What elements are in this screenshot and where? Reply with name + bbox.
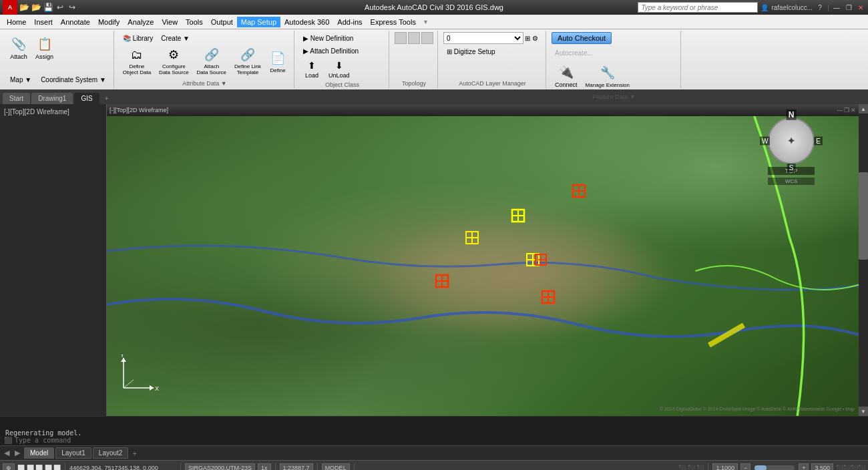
model-space-btn[interactable]: MODEL [322,463,350,471]
layer-dropdown-row: 0 ⊞ ⚙ [443,32,538,44]
define-btn[interactable]: 📄 Define [266,45,290,77]
menu-insert[interactable]: Insert [30,17,57,27]
attach-definition-btn[interactable]: ▶ Attach Definition [300,45,362,57]
attach-btn[interactable]: 📎 Attach [7,32,31,64]
add-layout-btn[interactable]: + [130,448,139,459]
map-dropdown[interactable]: Map ▼ [7,73,35,85]
menu-annotate[interactable]: Annotate [57,17,94,27]
svg-text:Y: Y [120,355,124,359]
command-input[interactable] [15,437,864,444]
create-btn[interactable]: Create ▼ [158,32,193,44]
bottom-sep4 [317,463,318,471]
define-link-label: Define LinkTemplate [234,63,261,75]
assign-icon: 📋 [37,36,53,52]
inner-minimize[interactable]: — [837,107,843,113]
tab-layout1[interactable]: Layout1 [55,447,91,459]
scale-btn[interactable]: 1:23887.7 [280,463,313,471]
load-btn[interactable]: ⬆ Load [300,59,324,80]
topology-icons [395,32,433,44]
marker-yellow-2 [465,230,479,246]
doc-tabs: Start Drawing1 GIS + [0,89,868,104]
crs-btn[interactable]: SIRGAS2000.UTM-23S [185,463,255,471]
tab-gis[interactable]: GIS [74,93,99,104]
coord-system-dropdown[interactable]: Coordinate System ▼ [37,73,110,85]
compass-e: E [814,137,823,146]
connect-btn[interactable]: 🔌 Connect [552,60,581,92]
new-tab-btn[interactable]: + [101,92,113,104]
define-obj-icon: 🗂 [129,47,145,62]
autocreate-btn[interactable]: Autocreate... [552,47,596,59]
zoom-slider[interactable] [754,465,795,471]
configure-btn[interactable]: ⚙ ConfigureData Source [156,45,192,77]
menu-output[interactable]: Output [207,17,237,27]
scroll-track [859,113,868,407]
undo-btn[interactable]: ↩ [55,2,65,13]
scroll-thumb[interactable] [859,172,868,260]
menu-modify[interactable]: Modify [94,17,124,27]
command-log: Regenerating model. [4,429,864,437]
scroll-down-btn[interactable]: ▼ [859,407,868,416]
title-bar-left: A 📂 📂 💾 ↩ ↪ [3,0,17,15]
menu-view[interactable]: View [158,17,182,27]
attach-data-label: AttachData Source [197,63,226,75]
scroll-up-btn[interactable]: ▲ [859,104,868,113]
inner-close[interactable]: ✕ [851,107,856,113]
objclass-group-label: Object Class [300,80,385,88]
viewport[interactable]: ✦ N S E W TOP WCS © 2014 DigitalGlobe © … [107,104,868,416]
inner-restore[interactable]: ❐ [844,107,849,113]
layer-select[interactable]: 0 [443,32,523,44]
new-btn[interactable]: 📂 [19,2,29,13]
save-btn[interactable]: 💾 [43,2,53,13]
tab-drawing1[interactable]: Drawing1 [31,93,73,104]
tab-model[interactable]: Model [24,447,54,459]
zoom-1000-btn[interactable]: 1:1000 [712,463,738,471]
define-obj-btn[interactable]: 🗂 DefineObject Data [120,45,154,77]
attach-data-btn[interactable]: 🔗 AttachData Source [194,45,230,77]
menu-mapsetup[interactable]: Map Setup [237,17,280,27]
model-btn[interactable]: ⊕ [3,463,15,471]
close-btn[interactable]: ✕ [856,3,865,12]
tab-start[interactable]: Start [3,93,30,104]
restore-btn[interactable]: ❐ [844,3,853,12]
load-icon: ⬆ [304,60,320,71]
zoom-value-btn[interactable]: 3.500 [811,463,833,471]
window-title: Autodesk AutoCAD Civil 3D 2016 GIS.dwg [365,3,503,11]
new-definition-btn[interactable]: ▶ New Definition [300,32,362,44]
customize-arrow[interactable]: ▼ [423,19,429,25]
auto-checkout-btn[interactable]: Auto Checkout [552,32,612,44]
help-btn[interactable]: ? [815,3,825,12]
svg-text:X: X [155,385,159,392]
minus-btn[interactable]: − [740,463,750,471]
svg-marker-23 [150,385,154,391]
compass-s: S [787,164,796,172]
menu-tools[interactable]: Tools [182,17,207,27]
assign-btn[interactable]: 📋 Assign [32,32,57,64]
menu-expresstools[interactable]: Express Tools [367,17,420,27]
quick-access-toolbar: 📂 📂 💾 ↩ ↪ [19,2,77,13]
minimize-btn[interactable]: — [832,3,841,12]
menu-home[interactable]: Home [3,17,30,27]
1x-btn[interactable]: 1x [258,463,271,471]
open-btn[interactable]: 📂 [31,2,41,13]
digitize-setup-btn[interactable]: ⊞ Digitize Setup [443,45,498,57]
define-link-btn[interactable]: 🔗 Define LinkTemplate [231,45,264,77]
attr-buttons: 🗂 DefineObject Data ⚙ ConfigureData Sour… [120,45,290,79]
unload-btn[interactable]: ⬇ UnLoad [325,59,353,80]
redo-btn[interactable]: ↪ [67,2,77,13]
layout-scroll-left[interactable]: ◀ [3,449,11,457]
plus-btn[interactable]: + [799,463,809,471]
bottom-sep2 [180,463,181,471]
tab-layout2[interactable]: Layout2 [93,447,129,459]
manage-extension-btn[interactable]: 🔧 Manage Extension [582,60,633,92]
info-panel: © 2014 DigitalGlobe © 2014 Cnes/Spot Ima… [660,406,855,412]
layout-scroll-right[interactable]: ▶ [12,449,23,457]
ribbon-group-objclass: ▶ New Definition ▶ Attach Definition ⬆ L… [296,31,389,88]
menu-addins[interactable]: Add-ins [333,17,366,27]
menu-autodesk360[interactable]: Autodesk 360 [280,17,333,27]
library-btn[interactable]: 📚 Library [120,32,156,44]
layer-icons: ⊞ ⚙ [525,35,538,42]
menu-analyze[interactable]: Analyze [124,17,158,27]
manage-icon: 🔧 [600,65,616,81]
river-svg [107,104,868,416]
search-input[interactable] [638,2,758,13]
